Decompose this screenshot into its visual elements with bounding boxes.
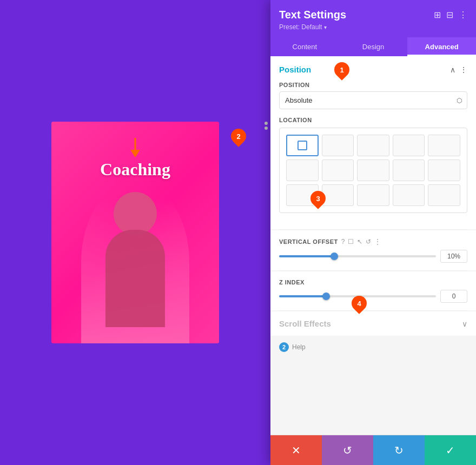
location-label: Location bbox=[279, 117, 467, 123]
panel-title: Text Settings bbox=[279, 9, 346, 21]
grid-cell-mid-center-left[interactable] bbox=[322, 160, 354, 181]
position-select[interactable]: Absolute Default Relative Fixed bbox=[279, 91, 467, 109]
z-index-thumb[interactable] bbox=[322, 293, 330, 300]
expand-icon[interactable]: ⊞ bbox=[434, 10, 441, 20]
reset-icon[interactable]: ↺ bbox=[366, 238, 371, 245]
position-section: Position ∧ ⋮ Position Absolute Default R… bbox=[270, 56, 476, 229]
divider-2 bbox=[279, 270, 467, 271]
columns-icon[interactable]: ⊟ bbox=[446, 10, 453, 20]
cursor-icon[interactable]: ↖ bbox=[357, 238, 362, 245]
offset-more-icon[interactable]: ⋮ bbox=[374, 238, 381, 245]
divider-1 bbox=[279, 229, 467, 230]
preset-label[interactable]: Preset: Default ▾ bbox=[279, 23, 467, 31]
settings-panel: Text Settings ⊞ ⊟ ⋮ Preset: Default ▾ Co… bbox=[270, 0, 476, 465]
side-handle bbox=[262, 122, 270, 130]
vertical-offset-fill bbox=[279, 255, 334, 257]
grid-cell-bot-center[interactable] bbox=[357, 184, 389, 206]
z-index-value[interactable]: 0 bbox=[440, 290, 467, 303]
svg-marker-1 bbox=[130, 150, 140, 157]
section-more[interactable]: ⋮ bbox=[460, 65, 467, 74]
z-index-header: Z Index bbox=[279, 279, 467, 285]
coaching-title: Coaching bbox=[51, 160, 219, 180]
section-title: Position bbox=[279, 65, 311, 74]
grid-cell-top-right[interactable] bbox=[428, 135, 460, 156]
tab-design[interactable]: Design bbox=[339, 37, 408, 56]
bottom-toolbar: ✕ ↺ ↻ ✓ bbox=[270, 435, 476, 465]
collapse-toggle[interactable]: ∧ bbox=[450, 65, 455, 74]
panel-header-top: Text Settings ⊞ ⊟ ⋮ bbox=[279, 9, 467, 21]
location-field-group: Location bbox=[279, 117, 467, 213]
badge-2: 2 bbox=[228, 125, 249, 147]
position-field-label: Position bbox=[279, 82, 467, 88]
grid-cell-mid-left[interactable] bbox=[286, 160, 319, 181]
coaching-card: Coaching bbox=[51, 122, 219, 343]
grid-cell-bot-center-left[interactable] bbox=[322, 184, 354, 206]
panel-tabs: Content Design Advanced bbox=[270, 37, 476, 56]
panel-header: Text Settings ⊞ ⊟ ⋮ Preset: Default ▾ bbox=[270, 0, 476, 37]
vertical-offset-section: Vertical Offset ? ☐ ↖ ↺ ⋮ 10% bbox=[270, 230, 476, 270]
z-index-label: Z Index bbox=[279, 279, 305, 285]
scroll-effects-arrow: ∨ bbox=[462, 320, 467, 328]
cancel-button[interactable]: ✕ bbox=[270, 435, 322, 465]
slider-header: Vertical Offset ? ☐ ↖ ↺ ⋮ bbox=[279, 238, 467, 245]
divider-3 bbox=[279, 310, 467, 311]
redo-button[interactable]: ↻ bbox=[373, 435, 425, 465]
grid-cell-top-center-right[interactable] bbox=[393, 135, 425, 156]
section-header: Position ∧ ⋮ bbox=[279, 65, 467, 74]
location-grid-container bbox=[279, 128, 467, 213]
z-index-slider-row: 0 bbox=[279, 290, 467, 303]
save-button[interactable]: ✓ bbox=[425, 435, 476, 465]
preset-arrow: ▾ bbox=[324, 24, 327, 30]
canvas-area: Coaching 2 bbox=[0, 0, 270, 465]
section-controls: ∧ ⋮ bbox=[450, 65, 467, 74]
handle-dot-2 bbox=[265, 127, 268, 130]
help-circle[interactable]: 2 bbox=[279, 342, 289, 352]
help-section: 2 Help bbox=[270, 336, 476, 358]
panel-header-icons: ⊞ ⊟ ⋮ bbox=[434, 10, 467, 20]
grid-cell-top-center[interactable] bbox=[357, 135, 389, 156]
position-field-group: Position Absolute Default Relative Fixed… bbox=[279, 82, 467, 109]
grid-cell-mid-center[interactable] bbox=[357, 160, 389, 181]
vertical-offset-label: Vertical Offset bbox=[279, 238, 338, 245]
vertical-offset-value[interactable]: 10% bbox=[440, 250, 467, 263]
arrow-down-indicator bbox=[127, 138, 143, 162]
help-label: Help bbox=[292, 343, 306, 351]
grid-cell-mid-center-right[interactable] bbox=[393, 160, 425, 181]
grid-cell-top-center-left[interactable] bbox=[322, 135, 354, 156]
scroll-effects-section[interactable]: Scroll Effects ∨ bbox=[270, 311, 476, 336]
more-icon[interactable]: ⋮ bbox=[459, 10, 467, 20]
help-icon[interactable]: ? bbox=[341, 238, 345, 245]
scroll-effects-title: Scroll Effects bbox=[279, 319, 331, 328]
z-index-section: Z Index 0 bbox=[270, 271, 476, 310]
vertical-offset-thumb[interactable] bbox=[330, 253, 338, 260]
person-silhouette bbox=[81, 181, 189, 343]
vertical-offset-track[interactable] bbox=[279, 255, 436, 257]
tab-advanced[interactable]: Advanced bbox=[407, 37, 476, 56]
panel-body: Position ∧ ⋮ Position Absolute Default R… bbox=[270, 56, 476, 435]
z-index-fill bbox=[279, 295, 326, 297]
vertical-offset-slider-row: 10% bbox=[279, 250, 467, 263]
handle-dot-1 bbox=[265, 122, 268, 125]
grid-cell-bot-right[interactable] bbox=[428, 184, 460, 206]
grid-cell-top-left[interactable] bbox=[286, 135, 319, 156]
grid-cell-bot-center-right[interactable] bbox=[393, 184, 425, 206]
grid-cell-mid-right[interactable] bbox=[428, 160, 460, 181]
device-icon[interactable]: ☐ bbox=[348, 238, 354, 245]
tab-content[interactable]: Content bbox=[270, 37, 339, 56]
undo-button[interactable]: ↺ bbox=[322, 435, 373, 465]
position-select-wrapper: Absolute Default Relative Fixed ⬡ bbox=[279, 91, 467, 109]
